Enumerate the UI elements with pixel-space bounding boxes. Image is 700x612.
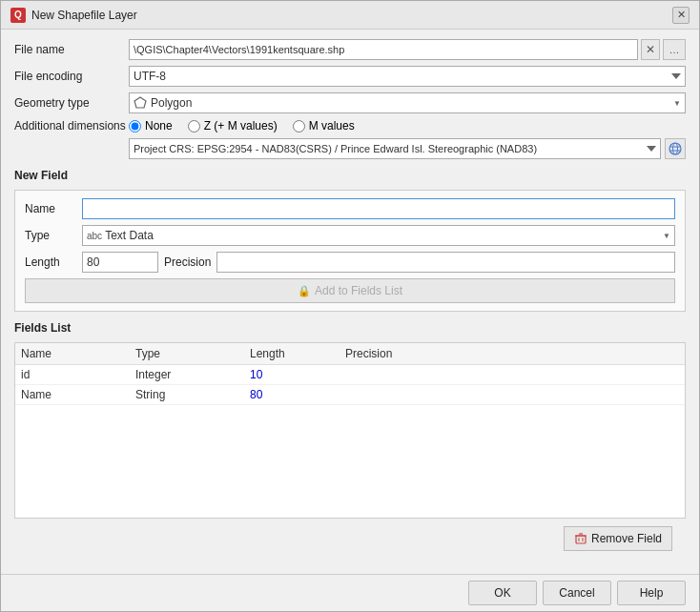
- file-name-input[interactable]: [129, 39, 638, 60]
- field-type-label: Type: [25, 229, 82, 242]
- app-icon: Q: [10, 8, 26, 23]
- cancel-button[interactable]: Cancel: [543, 581, 611, 605]
- globe-icon: [668, 141, 683, 156]
- field-length-cell: 10: [250, 368, 345, 381]
- new-shapefile-layer-dialog: Q New Shapefile Layer ✕ File name ✕ … Fi…: [0, 0, 700, 612]
- title-bar-left: Q New Shapefile Layer: [10, 8, 137, 23]
- add-icon: 🔒: [298, 285, 311, 297]
- geometry-type-value: Polygon: [151, 96, 669, 110]
- file-name-control: ✕ …: [129, 39, 686, 60]
- file-name-clear-button[interactable]: ✕: [641, 39, 660, 60]
- fields-list-section-title: Fields List: [14, 321, 686, 335]
- field-type-cell: String: [135, 388, 250, 401]
- field-type-select-wrapper[interactable]: abc Text Data Whole Number Decimal Numbe…: [82, 225, 675, 246]
- z-radio[interactable]: [188, 120, 200, 133]
- field-precision-cell: [345, 388, 679, 401]
- field-type-row: Type abc Text Data Whole Number Decimal …: [25, 225, 675, 246]
- fields-list-box: Name Type Length Precision id Integer 10…: [14, 342, 686, 519]
- type-dropdown-arrow-icon: ▼: [663, 232, 670, 240]
- file-encoding-label: File encoding: [14, 70, 129, 83]
- crs-globe-button[interactable]: [665, 138, 686, 159]
- z-radio-item[interactable]: Z (+ M values): [188, 119, 278, 133]
- field-type-cell: Integer: [135, 368, 250, 381]
- m-radio-item[interactable]: M values: [293, 119, 355, 133]
- field-name-cell: Name: [21, 388, 135, 401]
- file-name-row: File name ✕ …: [14, 39, 686, 60]
- file-name-browse-button[interactable]: …: [663, 39, 686, 60]
- field-type-select[interactable]: Text Data Whole Number Decimal Number Da…: [105, 229, 663, 242]
- none-radio-item[interactable]: None: [129, 119, 173, 133]
- header-type: Type: [135, 347, 250, 360]
- ok-button[interactable]: OK: [468, 581, 537, 605]
- m-radio-label: M values: [309, 119, 355, 133]
- field-precision-input[interactable]: [216, 252, 675, 273]
- field-precision-label: Precision: [164, 255, 211, 269]
- geometry-type-row: Geometry type Polygon ▼: [14, 92, 686, 113]
- svg-point-1: [669, 143, 681, 154]
- additional-dimensions-control: None Z (+ M values) M values: [129, 119, 686, 133]
- field-name-cell: id: [21, 368, 135, 381]
- title-bar: Q New Shapefile Layer ✕: [1, 1, 699, 30]
- geometry-dropdown-arrow-icon: ▼: [673, 99, 681, 108]
- remove-field-button[interactable]: Remove Field: [564, 526, 672, 551]
- file-name-label: File name: [14, 43, 129, 56]
- length-precision-controls: Precision: [82, 252, 675, 273]
- remove-field-label: Remove Field: [591, 532, 662, 545]
- fields-list-header: Name Type Length Precision: [15, 343, 685, 365]
- field-name-input[interactable]: [82, 198, 675, 219]
- add-to-fields-list-button[interactable]: 🔒 Add to Fields List: [25, 278, 675, 303]
- remove-field-icon: [574, 532, 587, 545]
- field-length-input[interactable]: [82, 252, 158, 273]
- crs-row: Project CRS: EPSG:2954 - NAD83(CSRS) / P…: [129, 138, 686, 159]
- geometry-type-dropdown[interactable]: Polygon ▼: [129, 92, 686, 113]
- header-name: Name: [21, 347, 135, 360]
- type-abc-icon: abc: [87, 231, 102, 241]
- z-radio-label: Z (+ M values): [204, 119, 278, 133]
- new-field-section-title: New Field: [14, 169, 686, 182]
- header-precision: Precision: [345, 347, 679, 360]
- additional-dimensions-row: Additional dimensions None Z (+ M values…: [14, 119, 686, 133]
- field-length-precision-row: Length Precision: [25, 252, 675, 273]
- svg-marker-0: [134, 97, 146, 108]
- new-field-box: Name Type abc Text Data Whole Number Dec…: [14, 190, 686, 312]
- field-name-label: Name: [25, 202, 82, 215]
- field-precision-cell: [345, 368, 679, 381]
- svg-rect-5: [576, 536, 586, 543]
- field-name-row: Name: [25, 198, 675, 219]
- field-length-label: Length: [25, 255, 82, 269]
- file-encoding-row: File encoding UTF-8: [14, 66, 686, 87]
- file-encoding-control: UTF-8: [129, 66, 686, 87]
- fields-list-body: id Integer 10 Name String 80: [15, 365, 685, 518]
- field-length-cell: 80: [250, 388, 345, 401]
- m-radio[interactable]: [293, 120, 305, 133]
- file-encoding-select[interactable]: UTF-8: [129, 66, 686, 87]
- none-radio[interactable]: [129, 120, 141, 133]
- none-radio-label: None: [145, 119, 173, 133]
- dialog-content: File name ✕ … File encoding UTF-8 Geomet…: [1, 30, 699, 574]
- file-name-input-group: ✕ …: [129, 39, 686, 60]
- polygon-icon: [134, 96, 147, 110]
- dialog-buttons: OK Cancel Help: [1, 574, 699, 611]
- geometry-type-control: Polygon ▼: [129, 92, 686, 113]
- crs-select[interactable]: Project CRS: EPSG:2954 - NAD83(CSRS) / P…: [129, 138, 661, 159]
- svg-point-2: [673, 143, 678, 154]
- add-btn-label: Add to Fields List: [315, 284, 402, 297]
- header-length: Length: [250, 347, 345, 360]
- additional-dimensions-label: Additional dimensions: [14, 119, 129, 133]
- geometry-type-label: Geometry type: [14, 96, 129, 110]
- table-row[interactable]: id Integer 10: [15, 365, 685, 385]
- help-button[interactable]: Help: [617, 581, 686, 605]
- dialog-title: New Shapefile Layer: [31, 9, 137, 22]
- bottom-buttons-row: Remove Field: [14, 526, 686, 557]
- close-button[interactable]: ✕: [672, 7, 690, 24]
- table-row[interactable]: Name String 80: [15, 385, 685, 405]
